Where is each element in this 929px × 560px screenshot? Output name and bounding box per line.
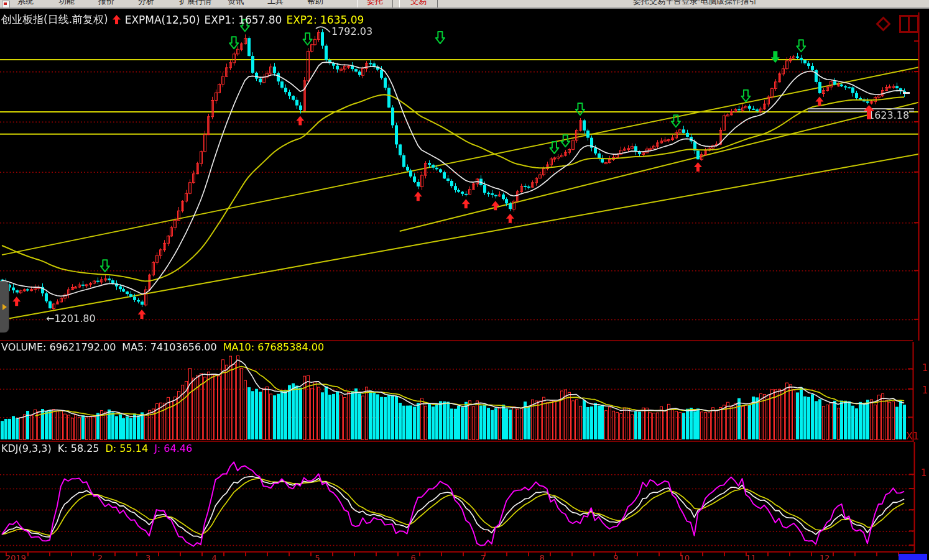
volume-multiplier-label: X1 — [906, 430, 919, 442]
up-arrow-icon — [113, 15, 121, 24]
low-price-annotation: ←1201.80 — [46, 313, 96, 324]
volume-axis-label-clipped: 1 — [922, 362, 928, 374]
kdj-indicator-label[interactable]: KDJ(9,3,3) — [1, 443, 52, 454]
high-price-annotation: 1792.03 — [331, 26, 372, 37]
scrollbar-corner — [899, 554, 927, 560]
exp2-value: EXP2: 1635.09 — [286, 14, 364, 26]
kdj-j-value: J: 64.46 — [154, 443, 192, 454]
menu-item-tools[interactable]: 工具 — [267, 0, 284, 7]
buy-signal-arrow — [864, 105, 874, 119]
kdj-pane-header: KDJ(9,3,3) K: 58.25 D: 55.14 J: 64.46 — [1, 443, 192, 454]
volume-ma10-value: MA10: 67685384.00 — [223, 341, 324, 353]
menu-item-analysis[interactable]: 分析 — [138, 0, 154, 7]
menu-item-quotes[interactable]: 报价 — [98, 0, 114, 7]
trading-terminal: 系统 功能 报价 分析 扩展行情 资讯 工具 帮助 委托 交易 委托交易平台登录… — [0, 0, 929, 560]
menu-item-function[interactable]: 功能 — [58, 0, 75, 7]
kdj-axis-label-clipped: 1 — [921, 467, 927, 479]
kdj-k-value: K: 58.25 — [58, 443, 99, 454]
volume-value[interactable]: VOLUME: 69621792.00 — [1, 341, 116, 353]
exp1-value: EXP1: 1657.80 — [205, 14, 282, 26]
broker-button-1[interactable]: 委托 — [357, 0, 393, 7]
volume-axis-label-clipped: 1 — [922, 385, 928, 396]
menu-item-help[interactable]: 帮助 — [307, 0, 323, 7]
volume-pane-header: VOLUME: 69621792.00 MA5: 74103656.00 MA1… — [1, 341, 324, 353]
menu-bar: 系统 功能 报价 分析 扩展行情 资讯 工具 帮助 委托 交易 委托交易平台登录… — [0, 0, 929, 7]
menu-item-system[interactable]: 系统 — [17, 0, 34, 7]
expand-arrow-icon — [2, 304, 7, 310]
menu-right-text: 委托交易平台登录·电脑版操作指引 — [633, 0, 757, 7]
kdj-d-value: D: 55.14 — [106, 443, 149, 454]
split-window-icon[interactable] — [899, 15, 919, 33]
indicator-label[interactable]: EXPMA(12,50) — [125, 14, 200, 26]
menu-item-extended[interactable]: 扩展行情 — [179, 0, 211, 7]
sidebar-expand-tab[interactable] — [0, 281, 9, 333]
broker-button-2[interactable]: 交易 — [399, 0, 438, 7]
app-icon[interactable] — [2, 1, 10, 7]
chart-canvas[interactable] — [0, 0, 929, 560]
menu-bar-border — [0, 7, 929, 9]
menu-item-info[interactable]: 资讯 — [228, 0, 244, 7]
main-pane-header: 创业板指(日线.前复权) EXPMA(12,50) EXP1: 1657.80 … — [1, 12, 364, 27]
symbol-title[interactable]: 创业板指(日线.前复权) — [1, 12, 108, 27]
volume-ma5-value: MA5: 74103656.00 — [122, 341, 216, 353]
